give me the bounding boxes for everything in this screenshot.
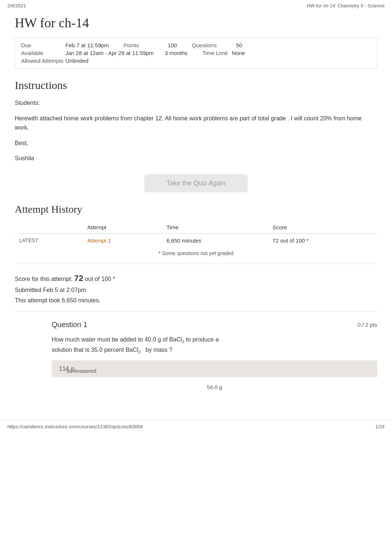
col-attempt-header: Attempt [83, 221, 162, 234]
divider1 [15, 264, 377, 264]
instructions-body3: Sushila [15, 154, 377, 163]
q-subscript2: 2 [138, 350, 141, 354]
instructions-body1: Herewith attached home work problems fro… [15, 114, 377, 133]
meta-row-attempts: Allowed Attempts Unlimited [21, 58, 371, 64]
question-title: Question 1 [52, 320, 87, 329]
question-pts: 0 / 2 pts [358, 322, 377, 328]
top-bar-date: 2/6/2021 [7, 3, 26, 8]
footer-page: 1/24 [375, 424, 385, 429]
grading-note: * Some questions not yet graded [15, 250, 377, 256]
col-score-header: Score [268, 221, 377, 234]
score-label: Score for this attempt: [15, 276, 73, 282]
submitted-info: Submitted Feb 5 at 2:07pm [15, 287, 86, 293]
q-text-part3: solution that is 35.0 percent BaCl [52, 347, 138, 353]
attempt-score: 72 out of 100 * [268, 233, 377, 247]
q-subscript1: 2 [182, 339, 184, 344]
points-value: 100 [168, 42, 177, 48]
time-limit-value: None [232, 50, 245, 56]
footer: https://camdencc.instructure.com/courses… [0, 420, 392, 433]
question-text: How much water must be added to 40.0 g o… [52, 335, 377, 356]
due-label: Due [21, 42, 65, 48]
meta-row-due: Due Feb 7 at 11:59pm Points 100 Question… [21, 42, 371, 48]
q-text-part1: How much water must be added to 40.0 g o… [52, 336, 182, 343]
your-answer-box: 114 g [52, 360, 377, 377]
correct-answer: 54.0 g [52, 384, 377, 390]
students-label: Students: [15, 98, 377, 108]
q-text-part2: to produce a [186, 336, 219, 343]
latest-label: LATEST [15, 233, 83, 247]
points-label: Points [124, 42, 168, 48]
you-answered-label: ou Answered [66, 368, 96, 374]
col-empty [15, 221, 83, 234]
attempt-time: 6,650 minutes [162, 233, 268, 247]
score-info: Score for this attempt: 72 out of 100 * … [15, 271, 377, 305]
attempt-link-cell[interactable]: Attempt 1 [83, 233, 162, 247]
meta-table: Due Feb 7 at 11:59pm Points 100 Question… [15, 37, 377, 69]
top-bar-title: HW for ch-14: Chemistry II - Science [307, 3, 385, 8]
score-out-of: out of 100 * [85, 276, 115, 282]
question-1-block: Question 1 0 / 2 pts How much water must… [52, 320, 377, 391]
attempts-label: Allowed Attempts [21, 58, 65, 64]
due-value: Feb 7 at 11:59pm [65, 42, 109, 48]
attempt-link[interactable]: Attempt 1 [87, 237, 111, 244]
score-value: 72 [74, 274, 83, 283]
available-value: Jan 28 at 12am - Apr 29 at 11:59pm [65, 50, 154, 56]
attempt-history-title: Attempt History [15, 203, 377, 215]
took-info: This attempt took 6,650 minutes. [15, 297, 100, 303]
page-title: HW for ch-14 [15, 15, 377, 31]
time-limit-label: Time Limit [202, 50, 232, 56]
footer-url: https://camdencc.instructure.com/courses… [7, 424, 143, 429]
available-label: Available [21, 50, 65, 56]
questions-value: 50 [236, 42, 243, 48]
question-header: Question 1 0 / 2 pts [52, 320, 377, 329]
take-quiz-again-button[interactable]: Take the Quiz Again [144, 174, 248, 192]
q-text-part4: by mass [145, 347, 168, 353]
table-row: LATEST Attempt 1 6,650 minutes 72 out of… [15, 233, 377, 247]
divider2 [15, 311, 377, 312]
instructions-title: Instructions [15, 79, 377, 92]
meta-row-available: Available Jan 28 at 12am - Apr 29 at 11:… [21, 50, 371, 56]
q-text-part5: ? [169, 347, 172, 353]
col-time-header: Time [162, 221, 268, 234]
attempt-history-table: Attempt Time Score LATEST Attempt 1 6,65… [15, 221, 377, 247]
answer-row: ou Answered 114 g [52, 360, 377, 382]
questions-label: Questions [192, 42, 236, 48]
attempts-value: Unlimited [65, 58, 89, 64]
duration-value: 3 months [165, 50, 188, 56]
top-bar: 2/6/2021 HW for ch-14: Chemistry II - Sc… [0, 0, 392, 11]
instructions-body2: Best, [15, 138, 377, 148]
